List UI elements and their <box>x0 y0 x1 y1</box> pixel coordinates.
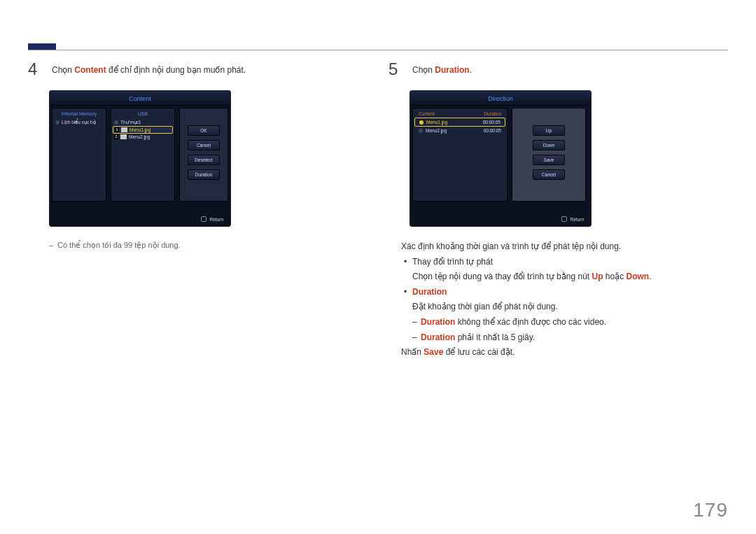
ok-button[interactable]: OK <box>188 125 220 136</box>
down-button[interactable]: Down <box>533 140 565 150</box>
panel-usb: USB Thư mục1 1 Menu1.jpg 2 Menu2.jpg <box>111 108 175 202</box>
highlight-duration: Duration <box>435 65 469 75</box>
dash-item: Duration không thể xác định được cho các… <box>401 315 728 330</box>
return-label: Return <box>209 217 223 222</box>
thumb-icon <box>121 127 127 132</box>
text: Nhấn Save để lưu các cài đặt. <box>401 345 728 360</box>
duration-row[interactable]: Menu2.jpg 00:00:05 <box>414 127 505 134</box>
screen-title: Direction <box>410 91 591 106</box>
right-column: 5 Chọn Duration. Direction Content Durat… <box>388 59 728 360</box>
dash-item: Duration phải ít nhất là 5 giây. <box>401 330 728 346</box>
column-headers: Content Duration <box>414 110 505 118</box>
text: không thể xác định được cho các video. <box>455 317 606 327</box>
highlight-content: Content <box>74 65 106 75</box>
file-label: Menu1.jpg <box>426 120 447 125</box>
screen-body: Content Duration Menu1.jpg 00:00:05 <box>410 106 591 204</box>
folder-row[interactable]: Thư mục1 <box>113 119 173 126</box>
index-badge: 2 <box>114 134 118 139</box>
step-5: 5 Chọn Duration. <box>388 59 728 79</box>
bullet-icon <box>419 129 423 133</box>
tab-usb[interactable]: USB <box>113 110 173 119</box>
text: Nhấn <box>401 347 424 357</box>
cancel-button[interactable]: Cancel <box>188 140 220 150</box>
folder-icon <box>114 120 118 125</box>
tab-internal-memory[interactable]: Internal Memory <box>54 110 104 119</box>
list-item[interactable]: Lịch biểu cục bộ <box>54 119 104 126</box>
step-number: 4 <box>28 59 43 79</box>
left-column: 4 Chọn Content để chỉ định nội dung bạn … <box>28 59 368 360</box>
duration-row-selected[interactable]: Menu1.jpg 00:00:05 <box>414 118 505 127</box>
text: Chọn tệp nội dung và thay đổi trình tự b… <box>412 272 592 281</box>
duration-value: 00:00:05 <box>484 128 501 133</box>
preview-action-panel: Up Down Save Cancel <box>512 108 586 202</box>
footnote: Có thể chọn tối đa 99 tệp nội dung. <box>49 239 368 252</box>
save-button[interactable]: Save <box>533 155 565 165</box>
text: Đặt khoảng thời gian để phát nội dung. <box>401 300 728 315</box>
item-label: Lịch biểu cục bộ <box>62 120 96 125</box>
text: . <box>470 65 472 75</box>
return-footer[interactable]: Return <box>201 216 223 222</box>
screen-title: Content <box>50 91 230 106</box>
up-button[interactable]: Up <box>533 125 565 136</box>
file-label: Menu2.jpg <box>129 134 150 139</box>
file-label: Menu2.jpg <box>426 128 447 133</box>
bullet-icon <box>55 120 59 125</box>
duration-value: 00:00:05 <box>483 120 500 125</box>
action-panel: OK Cancel Deselect Duration <box>179 108 228 202</box>
thumb-icon <box>120 134 127 139</box>
step-4: 4 Chọn Content để chỉ định nội dung bạn … <box>28 59 368 79</box>
hl-up: Up <box>592 272 603 281</box>
screen-body: Internal Memory Lịch biểu cục bộ USB Thư… <box>50 106 230 204</box>
bullet-duration: Duration <box>401 285 728 300</box>
index-badge: 1 <box>115 127 119 132</box>
file-row[interactable]: 2 Menu2.jpg <box>113 134 173 140</box>
instruction-body: Xác định khoảng thời gian và trình tự để… <box>401 239 728 360</box>
content-duration-panel: Content Duration Menu1.jpg 00:00:05 <box>412 108 507 202</box>
text: phải ít nhất là 5 giây. <box>455 332 535 342</box>
text: . <box>649 272 651 281</box>
step-text: Chọn Duration. <box>412 59 472 79</box>
duration-button[interactable]: Duration <box>188 169 220 180</box>
direction-screen: Direction Content Duration Menu1.jpg 00:… <box>410 90 592 227</box>
col-duration: Duration <box>484 111 501 116</box>
hl-down: Down <box>626 272 650 281</box>
file-row-selected[interactable]: 1 Menu1.jpg <box>113 126 173 134</box>
return-icon <box>561 216 567 222</box>
text: Chọn <box>412 65 435 75</box>
step-number: 5 <box>388 59 404 79</box>
bullet-item: Thay đổi trình tự phát <box>401 255 728 270</box>
deselect-button[interactable]: Deselect <box>188 155 220 165</box>
file-label: Menu1.jpg <box>130 127 150 132</box>
header-rule <box>28 43 728 50</box>
hl-duration: Duration <box>421 332 455 342</box>
text: Xác định khoảng thời gian và trình tự để… <box>401 239 728 255</box>
content-columns: 4 Chọn Content để chỉ định nội dung bạn … <box>28 59 728 360</box>
text: hoặc <box>603 272 626 281</box>
text: Chọn tệp nội dung và thay đổi trình tự b… <box>401 269 728 285</box>
hl-duration: Duration <box>412 287 447 297</box>
footnote-text: Có thể chọn tối đa 99 tệp nội dung. <box>49 239 368 252</box>
return-footer[interactable]: Return <box>561 216 584 222</box>
folder-label: Thư mục1 <box>120 120 141 125</box>
panel-internal-memory: Internal Memory Lịch biểu cục bộ <box>52 108 106 202</box>
col-content: Content <box>419 111 435 116</box>
page-number: 179 <box>693 499 728 521</box>
return-label: Return <box>570 217 584 222</box>
bullet-icon <box>419 120 424 125</box>
text: Chọn <box>52 65 74 75</box>
header-accent <box>28 43 56 50</box>
cancel-button[interactable]: Cancel <box>533 169 565 180</box>
hl-duration: Duration <box>421 317 455 327</box>
return-icon <box>201 216 206 222</box>
step-text: Chọn Content để chỉ định nội dung bạn mu… <box>52 59 246 79</box>
hl-save: Save <box>424 347 443 357</box>
text: để chỉ định nội dung bạn muốn phát. <box>106 65 246 75</box>
content-screen: Content Internal Memory Lịch biểu cục bộ… <box>49 90 231 227</box>
text: để lưu các cài đặt. <box>443 347 514 357</box>
